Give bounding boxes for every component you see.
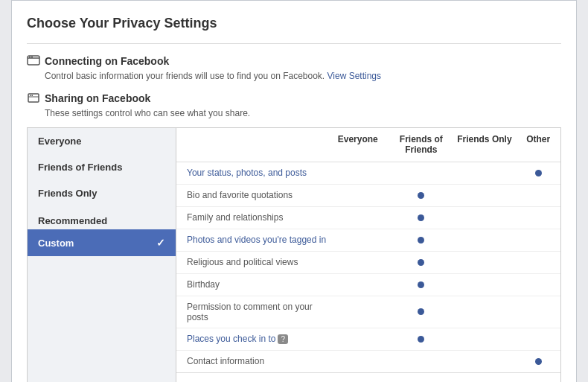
page-title: Choose Your Privacy Settings [27, 16, 561, 31]
table-row: Photos and videos you're tagged in [176, 229, 560, 252]
table-row: Contact information [176, 351, 560, 372]
table-row: Permission to comment on your posts [176, 296, 560, 328]
dot-icon [418, 259, 424, 266]
dot-icon [418, 237, 424, 243]
sidebar-item-fof[interactable]: Friends of Friends [28, 154, 176, 180]
cell-fof [389, 235, 453, 246]
col-friends-only-header: Friends Only [453, 134, 516, 156]
col-everyone-header: Everyone [326, 134, 389, 156]
cell-fof [389, 212, 453, 223]
row-label: Family and relationships [176, 212, 326, 223]
sharing-section: Sharing on Facebook These settings contr… [27, 92, 561, 382]
col-headers: Everyone Friends of Friends Friends Only… [176, 128, 560, 162]
col-item-label [176, 134, 326, 156]
col-other-header: Other [516, 134, 560, 156]
cell-other [516, 356, 560, 367]
cell-fof [389, 334, 453, 345]
table-rows: Your status, photos, and postsBio and fa… [176, 162, 560, 372]
row-label: Bio and favorite quotations [176, 190, 326, 200]
row-label[interactable]: Your status, photos, and posts [176, 168, 326, 178]
row-label: Contact information [176, 356, 326, 366]
cell-fof [389, 306, 453, 317]
table-row: Bio and favorite quotations [176, 185, 560, 207]
content-area: Everyone Friends of Friends Friends Only… [176, 128, 560, 382]
sidebar-item-friends-only[interactable]: Friends Only [28, 180, 176, 206]
dot-icon [418, 308, 424, 315]
dot-icon [535, 358, 542, 365]
table-row: Family and relationships [176, 207, 560, 229]
sharing-icon [27, 92, 40, 105]
connecting-section: Connecting on Facebook Control basic inf… [27, 54, 561, 81]
help-icon[interactable]: ? [278, 334, 288, 344]
dot-icon [418, 214, 424, 221]
recommended-label: Recommended [28, 206, 176, 229]
page-container: Choose Your Privacy Settings Connecting … [11, 0, 577, 382]
connecting-icon [27, 54, 40, 68]
cell-other [516, 168, 560, 179]
svg-rect-2 [29, 57, 31, 58]
table-row: Birthday [176, 274, 560, 296]
sharing-desc: These settings control who can see what … [45, 108, 561, 118]
cell-fof [389, 257, 453, 268]
divider-top [27, 43, 561, 44]
dot-icon [418, 281, 424, 288]
sharing-title: Sharing on Facebook [45, 92, 150, 104]
row-label: Permission to comment on your posts [176, 302, 326, 322]
svg-rect-6 [30, 95, 31, 97]
cell-fof [389, 279, 453, 290]
row-label: Birthday [176, 279, 326, 290]
connecting-title: Connecting on Facebook [45, 55, 169, 67]
settings-table: Everyone Friends of Friends Friends Only… [27, 127, 561, 382]
table-row: Religious and political views [176, 252, 560, 274]
view-settings-link[interactable]: View Settings [327, 71, 382, 81]
dot-icon [418, 192, 424, 199]
dot-icon [535, 170, 542, 176]
svg-rect-7 [32, 95, 33, 97]
sidebar-item-everyone[interactable]: Everyone [28, 128, 176, 154]
sharing-header: Sharing on Facebook [27, 92, 561, 105]
svg-rect-3 [31, 57, 33, 58]
footer-area: ✏ Customize settings ✔ This is your curr… [176, 372, 560, 382]
col-fof-header: Friends of Friends [389, 134, 453, 156]
row-label[interactable]: Photos and videos you're tagged in [176, 235, 326, 245]
table-row: Your status, photos, and posts [176, 162, 560, 185]
cell-fof [389, 190, 453, 201]
connecting-header: Connecting on Facebook [27, 54, 561, 68]
row-label: Religious and political views [176, 257, 326, 267]
sidebar-item-custom[interactable]: Custom ✓ [28, 229, 176, 256]
checkmark-icon: ✓ [156, 237, 165, 249]
connecting-desc: Control basic information your friends w… [45, 71, 561, 81]
sidebar: Everyone Friends of Friends Friends Only… [28, 128, 176, 382]
row-label[interactable]: Places you check in to? [176, 334, 326, 344]
table-row: Places you check in to? [176, 328, 560, 351]
dot-icon [418, 336, 424, 343]
